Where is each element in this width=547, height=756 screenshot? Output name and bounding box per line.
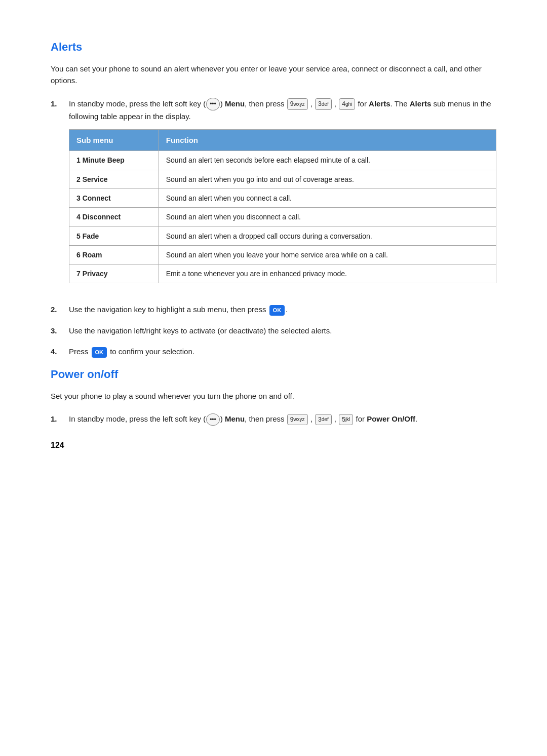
table-cell-function: Sound an alert when you leave your home …: [159, 245, 496, 264]
table-row: 6 RoamSound an alert when you leave your…: [69, 245, 496, 264]
table-cell-function: Sound an alert when you connect a call.: [159, 188, 496, 207]
power-title: Power on/off: [51, 368, 496, 381]
page-content: Alerts You can set your phone to sound a…: [0, 0, 547, 490]
table-header-function: Function: [159, 130, 496, 151]
alerts-step-1: 1. In standby mode, press the left soft …: [51, 98, 496, 295]
key-3def-1: 3def: [315, 98, 332, 110]
alerts-table: Sub menu Function 1 Minute BeepSound an …: [69, 129, 496, 283]
power-step-number-1: 1.: [51, 413, 65, 425]
step-number-1: 1.: [51, 98, 65, 109]
alerts-step-2: 2. Use the navigation key to highlight a…: [51, 304, 496, 316]
table-cell-function: Emit a tone whenever you are in enhanced…: [159, 264, 496, 283]
table-row: 1 Minute BeepSound an alert ten seconds …: [69, 151, 496, 170]
menu-key-icon-1: •••: [206, 98, 220, 110]
table-row: 5 FadeSound an alert when a dropped call…: [69, 226, 496, 245]
table-row: 7 PrivacyEmit a tone whenever you are in…: [69, 264, 496, 283]
alerts-step-4: 4. Press OK to confirm your selection.: [51, 346, 496, 358]
table-cell-function: Sound an alert when you disconnect a cal…: [159, 208, 496, 226]
step-3-content: Use the navigation left/right keys to ac…: [69, 325, 496, 336]
table-cell-submenu: 7 Privacy: [69, 264, 159, 283]
key-4ghi-1: 4ghi: [339, 98, 355, 110]
power-step-1: 1. In standby mode, press the left soft …: [51, 413, 496, 426]
alerts-section: Alerts You can set your phone to sound a…: [51, 41, 496, 358]
table-cell-submenu: 5 Fade: [69, 226, 159, 245]
key-9wxyz-1: 9wxyz: [287, 98, 308, 110]
power-section: Power on/off Set your phone to play a so…: [51, 368, 496, 426]
table-cell-submenu: 1 Minute Beep: [69, 151, 159, 170]
key-3def-2: 3def: [315, 414, 332, 426]
table-row: 4 DisconnectSound an alert when you disc…: [69, 208, 496, 226]
step-4-content: Press OK to confirm your selection.: [69, 346, 496, 358]
step-number-2: 2.: [51, 304, 65, 315]
ok-button-1: OK: [269, 305, 285, 316]
power-intro: Set your phone to play a sound whenever …: [51, 390, 496, 402]
table-row: 2 ServiceSound an alert when you go into…: [69, 170, 496, 188]
ok-button-2: OK: [92, 347, 107, 358]
alerts-intro: You can set your phone to sound an alert…: [51, 63, 496, 87]
table-cell-submenu: 2 Service: [69, 170, 159, 188]
table-cell-function: Sound an alert ten seconds before each e…: [159, 151, 496, 170]
step-2-content: Use the navigation key to highlight a su…: [69, 304, 496, 316]
page-number: 124: [51, 441, 496, 450]
table-cell-function: Sound an alert when a dropped call occur…: [159, 226, 496, 245]
table-header-submenu: Sub menu: [69, 130, 159, 151]
step-1-content: In standby mode, press the left soft key…: [69, 98, 496, 295]
alerts-steps-list: 1. In standby mode, press the left soft …: [51, 98, 496, 358]
alerts-step-3: 3. Use the navigation left/right keys to…: [51, 325, 496, 336]
table-row: 3 ConnectSound an alert when you connect…: [69, 188, 496, 207]
table-cell-submenu: 4 Disconnect: [69, 208, 159, 226]
key-9wxyz-2: 9wxyz: [287, 414, 308, 426]
key-5jkl: 5jkl: [339, 414, 353, 426]
power-steps-list: 1. In standby mode, press the left soft …: [51, 413, 496, 426]
menu-key-icon-2: •••: [206, 413, 220, 426]
table-cell-submenu: 6 Roam: [69, 245, 159, 264]
alerts-title: Alerts: [51, 41, 496, 54]
step-number-4: 4.: [51, 346, 65, 357]
power-step-1-content: In standby mode, press the left soft key…: [69, 413, 496, 426]
table-cell-function: Sound an alert when you go into and out …: [159, 170, 496, 188]
step-number-3: 3.: [51, 325, 65, 336]
table-cell-submenu: 3 Connect: [69, 188, 159, 207]
